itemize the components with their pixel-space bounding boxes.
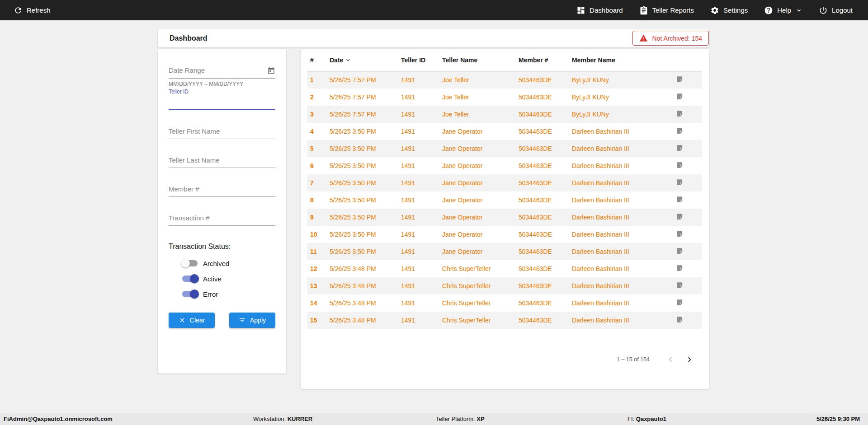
cell-member-number: 5034463DE (515, 312, 569, 329)
table-row[interactable]: 115/26/25 3:50 PM1491Jane Operator503446… (307, 243, 702, 260)
cell-member-name: Darleen Bashirian III (569, 312, 665, 329)
cell-member-number: 5034463DE (515, 157, 569, 174)
cell-teller-id: 1491 (398, 226, 439, 243)
cell-teller-id: 1491 (398, 89, 439, 106)
table-row[interactable]: 25/26/25 7:57 PM1491Joe Teller5034463DEB… (307, 89, 702, 106)
calendar-icon[interactable] (267, 67, 275, 75)
note-glyph (676, 161, 684, 169)
table-row[interactable]: 75/26/25 3:50 PM1491Jane Operator5034463… (307, 174, 702, 191)
note-icon[interactable] (676, 230, 684, 238)
note-icon[interactable] (676, 127, 684, 135)
cell-row-number: 9 (307, 209, 326, 226)
switch-track[interactable] (182, 276, 198, 282)
note-glyph (676, 110, 684, 117)
prev-page-button[interactable] (662, 351, 679, 368)
cell-note (665, 277, 702, 294)
cell-row-number: 8 (307, 191, 326, 209)
cell-note (665, 140, 702, 157)
note-icon[interactable] (676, 196, 684, 203)
nav-logout[interactable]: Logout (819, 0, 853, 20)
note-icon[interactable] (676, 161, 684, 169)
teller-last-name-input[interactable] (169, 154, 275, 168)
switch-track[interactable] (182, 260, 198, 266)
note-icon[interactable] (676, 316, 684, 323)
fi-label: FI: (627, 416, 634, 422)
note-icon[interactable] (676, 75, 684, 83)
table-row[interactable]: 55/26/25 3:50 PM1491Jane Operator5034463… (307, 140, 702, 157)
note-icon[interactable] (676, 144, 684, 152)
refresh-button[interactable]: Refresh (14, 0, 51, 20)
nav-logout-label: Logout (832, 6, 853, 14)
cell-teller-name: Jane Operator (439, 226, 515, 243)
table-header-row: # Date Teller ID Teller Name Member # Me… (307, 49, 702, 71)
note-icon[interactable] (676, 213, 684, 220)
note-glyph (676, 281, 684, 289)
cell-member-number: 5034463DE (515, 277, 569, 294)
cell-note (665, 191, 702, 209)
cell-teller-name: Jane Operator (439, 140, 515, 157)
table-row[interactable]: 125/26/25 3:48 PM1491Chris SuperTeller50… (307, 260, 702, 277)
teller-id-label: Teller ID (169, 89, 275, 95)
table-row[interactable]: 85/26/25 3:50 PM1491Jane Operator5034463… (307, 191, 702, 209)
note-glyph (676, 316, 684, 323)
cell-date: 5/26/25 3:50 PM (326, 209, 398, 226)
cell-note (665, 71, 702, 89)
next-page-button[interactable] (681, 351, 698, 368)
table-row[interactable]: 95/26/25 3:50 PM1491Jane Operator5034463… (307, 209, 702, 226)
cell-member-number: 5034463DE (515, 123, 569, 140)
cell-teller-id: 1491 (398, 209, 439, 226)
note-icon[interactable] (676, 247, 684, 255)
clear-button[interactable]: Clear (169, 313, 215, 328)
cell-row-number: 7 (307, 174, 326, 191)
table-row[interactable]: 105/26/25 3:50 PM1491Jane Operator503446… (307, 226, 702, 243)
table-row[interactable]: 45/26/25 3:50 PM1491Jane Operator5034463… (307, 123, 702, 140)
toggle-archived[interactable]: Archived (169, 256, 275, 271)
toggle-active[interactable]: Active (169, 271, 275, 286)
table-row[interactable]: 155/26/25 3:48 PM1491Chris SuperTeller50… (307, 312, 702, 329)
transaction-number-input[interactable] (169, 212, 275, 226)
cell-member-number: 5034463DE (515, 209, 569, 226)
nav-dashboard[interactable]: Dashboard (576, 0, 623, 20)
note-icon[interactable] (676, 264, 684, 272)
member-number-input[interactable] (169, 183, 275, 197)
teller-first-name-input[interactable] (169, 126, 275, 139)
warning-icon (639, 34, 648, 42)
cell-note (665, 226, 702, 243)
gear-icon (710, 6, 719, 15)
cell-member-name: Darleen Bashirian III (569, 140, 665, 157)
table-row[interactable]: 65/26/25 3:50 PM1491Jane Operator5034463… (307, 157, 702, 174)
toggle-error-label: Error (203, 290, 218, 298)
teller-id-input[interactable] (169, 95, 275, 110)
table-row[interactable]: 135/26/25 3:48 PM1491Chris SuperTeller50… (307, 277, 702, 294)
not-archived-badge[interactable]: Not Archived: 154 (632, 31, 709, 46)
table-row[interactable]: 15/26/25 7:57 PM1491Joe Teller5034463DEB… (307, 71, 702, 89)
note-icon[interactable] (676, 299, 684, 306)
switch-track[interactable] (182, 291, 198, 297)
switch-thumb (190, 290, 199, 299)
nav-settings[interactable]: Settings (710, 0, 748, 20)
cell-row-number: 4 (307, 123, 326, 140)
nav-help-label: Help (777, 6, 791, 14)
cell-teller-name: Jane Operator (439, 209, 515, 226)
cell-date: 5/26/25 3:50 PM (326, 157, 398, 174)
toggle-error[interactable]: Error (169, 286, 275, 302)
cell-date: 5/26/25 3:50 PM (326, 226, 398, 243)
table-row[interactable]: 145/26/25 3:48 PM1491Chris SuperTeller50… (307, 294, 702, 312)
date-range-input[interactable] (169, 64, 275, 79)
power-icon (819, 6, 828, 15)
note-icon[interactable] (676, 110, 684, 117)
nav-help[interactable]: Help (764, 0, 802, 20)
note-icon[interactable] (676, 178, 684, 186)
cell-date: 5/26/25 3:48 PM (326, 294, 398, 312)
platform-label: Teller Platform: (436, 416, 475, 422)
note-icon[interactable] (676, 93, 684, 100)
col-header-date[interactable]: Date (326, 49, 398, 71)
cell-teller-id: 1491 (398, 294, 439, 312)
teller-last-name-field (169, 154, 275, 168)
table-row[interactable]: 35/26/25 7:57 PM1491Joe Teller5034463DEB… (307, 106, 702, 123)
logged-in-user: FiAdmin@Qaxpauto1.onmicrosoft.com (4, 413, 113, 425)
date-format-hint: MM/DD/YYYY – MM/DD/YYYY (169, 81, 275, 87)
apply-button[interactable]: Apply (229, 313, 275, 328)
nav-teller-reports[interactable]: Teller Reports (639, 0, 694, 20)
note-icon[interactable] (676, 281, 684, 289)
